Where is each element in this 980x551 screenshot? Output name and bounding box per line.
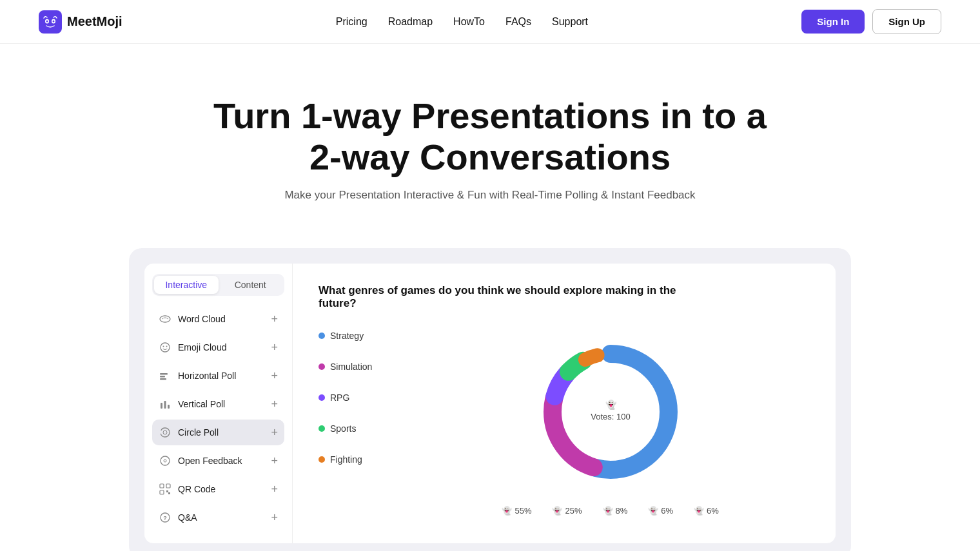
sidebar-item-qr-code[interactable]: QR Code + <box>152 476 284 502</box>
svg-point-5 <box>160 316 170 322</box>
horizontal-poll-icon <box>159 369 172 382</box>
logo[interactable]: MeetMoji <box>39 10 122 34</box>
svg-rect-19 <box>160 484 164 488</box>
svg-text:👻: 👻 <box>605 400 616 411</box>
add-qa[interactable]: + <box>271 512 278 523</box>
bar-pct-rpg: 8% <box>616 506 628 516</box>
svg-rect-9 <box>160 373 168 375</box>
sidebar-label-vertical-poll: Vertical Poll <box>178 399 225 409</box>
circle-poll-icon <box>159 426 172 439</box>
legend-dot-fighting <box>318 456 325 463</box>
sidebar: Interactive Content Word Cloud + <box>144 264 293 543</box>
ghost-simulation: 👻 <box>552 506 562 516</box>
legend-simulation: Simulation <box>318 362 372 372</box>
svg-rect-22 <box>166 490 168 492</box>
legend-dot-sports <box>318 425 325 432</box>
sidebar-item-word-cloud[interactable]: Word Cloud + <box>152 306 284 332</box>
hero-subtitle: Make your Presentation Interactive & Fun… <box>13 189 967 202</box>
svg-point-15 <box>161 428 170 437</box>
donut-chart-svg: 👻 Votes: 100 <box>527 328 694 496</box>
nav-links: Pricing Roadmap HowTo FAQs Support <box>336 16 588 28</box>
nav-howto[interactable]: HowTo <box>453 16 485 28</box>
sidebar-item-circle-poll[interactable]: Circle Poll + <box>152 420 284 445</box>
tab-content[interactable]: Content <box>219 276 283 294</box>
hero-headline-line2: 2-way Conversations <box>309 137 671 177</box>
add-horizontal-poll[interactable]: + <box>271 370 278 382</box>
vertical-poll-icon <box>159 398 172 411</box>
svg-rect-12 <box>161 403 162 409</box>
nav-faqs[interactable]: FAQs <box>505 16 531 28</box>
svg-rect-0 <box>39 10 62 34</box>
legend-dot-strategy <box>318 333 325 339</box>
svg-text:?: ? <box>163 515 167 521</box>
svg-rect-20 <box>166 484 170 488</box>
sidebar-item-qa[interactable]: ? Q&A + <box>152 505 284 530</box>
bar-pct-sports: 6% <box>661 506 673 516</box>
add-open-feedback[interactable]: + <box>271 455 278 467</box>
svg-point-18 <box>164 459 166 462</box>
signin-button[interactable]: Sign In <box>801 10 865 34</box>
bar-pct-fighting: 6% <box>707 506 719 516</box>
legend-label-sports: Sports <box>330 423 356 434</box>
sidebar-label-qa: Q&A <box>178 512 197 523</box>
ghost-rpg: 👻 <box>603 506 613 516</box>
legend-dot-rpg <box>318 394 325 401</box>
hero-headline-line1: Turn 1-way Presentations in to a <box>213 95 767 136</box>
nav-roadmap[interactable]: Roadmap <box>388 16 433 28</box>
legend-label-fighting: Fighting <box>330 454 362 465</box>
open-feedback-icon <box>159 454 172 467</box>
bar-stat-strategy: 👻 55% <box>502 506 531 516</box>
add-word-cloud[interactable]: + <box>271 313 278 325</box>
legend-fighting: Fighting <box>318 454 372 465</box>
svg-rect-10 <box>160 376 165 378</box>
add-emoji-cloud[interactable]: + <box>271 342 278 353</box>
sidebar-label-open-feedback: Open Feedback <box>178 456 242 466</box>
svg-rect-13 <box>164 401 166 409</box>
bar-stat-fighting: 👻 6% <box>694 506 719 516</box>
nav-actions: Sign In Sign Up <box>801 9 941 34</box>
legend-label-rpg: RPG <box>330 392 349 403</box>
chart-legend: Strategy Simulation RPG Sports <box>318 331 372 465</box>
legend-dot-simulation <box>318 363 325 370</box>
nav-pricing[interactable]: Pricing <box>336 16 368 28</box>
sidebar-label-emoji-cloud: Emoji Cloud <box>178 342 226 353</box>
hero-headline: Turn 1-way Presentations in to a 2-way C… <box>13 95 967 179</box>
svg-rect-21 <box>160 490 164 494</box>
sidebar-item-vertical-poll[interactable]: Vertical Poll + <box>152 391 284 417</box>
bar-stat-rpg: 👻 8% <box>603 506 628 516</box>
hero-section: Turn 1-way Presentations in to a 2-way C… <box>0 44 980 227</box>
legend-strategy: Strategy <box>318 331 372 341</box>
svg-point-7 <box>163 345 164 347</box>
sidebar-tabs: Interactive Content <box>152 274 284 296</box>
add-qr-code[interactable]: + <box>271 483 278 495</box>
sidebar-label-horizontal-poll: Horizontal Poll <box>178 371 236 381</box>
logo-icon <box>39 10 62 34</box>
svg-rect-11 <box>160 378 166 380</box>
emoji-cloud-icon <box>159 341 172 354</box>
legend-label-strategy: Strategy <box>330 331 364 341</box>
svg-text:Votes: 100: Votes: 100 <box>591 412 630 421</box>
main-content: What genres of games do you think we sho… <box>293 264 836 543</box>
svg-point-6 <box>161 343 170 352</box>
signup-button[interactable]: Sign Up <box>872 9 941 34</box>
demo-wrapper: Interactive Content Word Cloud + <box>129 248 851 551</box>
svg-point-17 <box>161 456 170 465</box>
sidebar-item-open-feedback[interactable]: Open Feedback + <box>152 448 284 474</box>
qr-code-icon <box>159 483 172 496</box>
bar-pct-simulation: 25% <box>565 506 582 516</box>
ghost-strategy: 👻 <box>502 506 512 516</box>
sidebar-label-qr-code: QR Code <box>178 484 215 494</box>
svg-point-4 <box>53 20 55 22</box>
tab-interactive[interactable]: Interactive <box>154 276 219 294</box>
qa-icon: ? <box>159 511 172 524</box>
sidebar-label-circle-poll: Circle Poll <box>178 427 219 438</box>
chart-area: Strategy Simulation RPG Sports <box>318 328 810 516</box>
nav-support[interactable]: Support <box>552 16 588 28</box>
logo-text: MeetMoji <box>67 14 122 29</box>
sidebar-item-horizontal-poll[interactable]: Horizontal Poll + <box>152 363 284 389</box>
add-vertical-poll[interactable]: + <box>271 398 278 410</box>
word-cloud-icon <box>159 313 172 325</box>
add-circle-poll[interactable]: + <box>271 427 278 438</box>
bar-pct-strategy: 55% <box>514 506 531 516</box>
sidebar-item-emoji-cloud[interactable]: Emoji Cloud + <box>152 334 284 360</box>
